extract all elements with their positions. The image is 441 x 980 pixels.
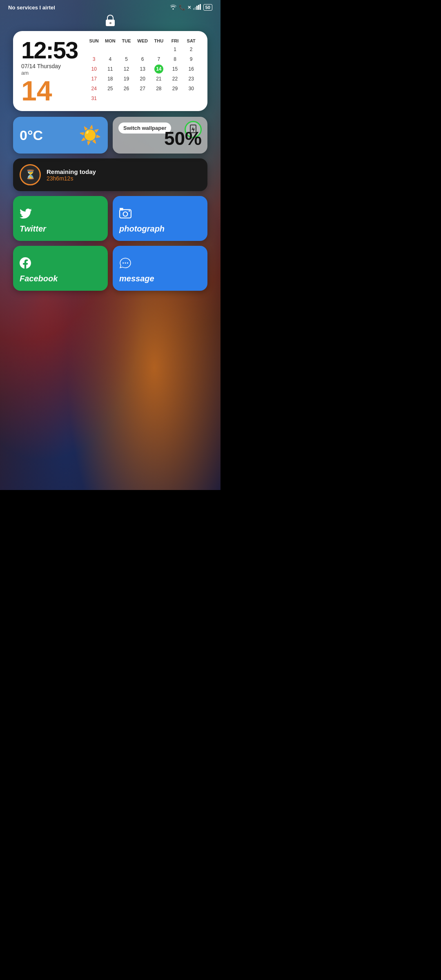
message-icon (119, 257, 131, 272)
photograph-button[interactable]: photograph (113, 196, 207, 241)
clock-calendar-widget: 12:53 07/14 Thursday am 14 SUN MON TUE W… (13, 31, 207, 111)
signal-icon (193, 4, 201, 11)
screentime-time: 23h6m12s (47, 175, 96, 182)
status-icons: 📞 ✕ 50 (169, 4, 212, 11)
call-icon: 📞 (179, 4, 185, 11)
svg-point-13 (127, 262, 128, 263)
clock-date: 07/14 Thursday (21, 63, 78, 69)
carrier-text: No services I airtel (8, 4, 55, 11)
calendar-grid: 1 2 3 4 5 6 7 8 9 10 11 12 13 14 15 16 1… (86, 45, 199, 103)
svg-rect-3 (198, 5, 199, 10)
app-row-1: Twitter photograph (13, 196, 207, 241)
message-label: message (119, 274, 154, 283)
x-icon: ✕ (187, 5, 191, 10)
message-button[interactable]: message (113, 246, 207, 291)
status-bar: No services I airtel 📞 ✕ 50 (0, 0, 220, 13)
facebook-label: Facebook (20, 274, 58, 283)
battery-widget[interactable]: Switch wallpaper 50% (113, 117, 207, 154)
clock-day-number: 14 (21, 77, 78, 105)
svg-point-12 (125, 262, 126, 263)
weather-temp: 0°C (20, 127, 43, 143)
svg-point-9 (123, 212, 128, 216)
screentime-label: Remaining today (47, 168, 96, 175)
photograph-icon (119, 207, 131, 222)
calendar-header: SUN MON TUE WED THU FRI SAT (86, 38, 199, 43)
photograph-label: photograph (119, 224, 165, 234)
facebook-button[interactable]: Facebook (13, 246, 108, 291)
svg-rect-0 (193, 8, 194, 10)
svg-rect-4 (200, 4, 201, 10)
battery-percent: 50% (164, 127, 202, 149)
clock-section: 12:53 07/14 Thursday am 14 (21, 38, 78, 105)
svg-point-10 (129, 210, 130, 212)
svg-rect-8 (120, 208, 123, 210)
twitter-label: Twitter (20, 224, 46, 234)
clock-time: 12:53 (21, 38, 78, 62)
calendar-section: SUN MON TUE WED THU FRI SAT 1 2 3 4 (86, 38, 199, 103)
twitter-button[interactable]: Twitter (13, 196, 108, 241)
battery-status: 50 (203, 4, 212, 11)
wifi-icon (169, 4, 177, 11)
hourglass-icon: ⏳ (20, 164, 41, 185)
facebook-icon (20, 257, 31, 272)
screentime-widget[interactable]: ⏳ Remaining today 23h6m12s (13, 158, 207, 191)
svg-point-11 (122, 262, 124, 263)
app-row-2: Facebook message (13, 246, 207, 291)
main-content: 12:53 07/14 Thursday am 14 SUN MON TUE W… (0, 28, 220, 291)
lock-icon-container (0, 15, 220, 28)
switch-wallpaper-button[interactable]: Switch wallpaper (118, 122, 171, 134)
twitter-icon (20, 208, 32, 222)
svg-rect-6 (192, 125, 195, 125)
lock-icon (104, 15, 116, 28)
weather-widget[interactable]: 0°C ☀️ (13, 117, 108, 154)
weather-battery-row: 0°C ☀️ Switch wallpaper 50% (13, 117, 207, 154)
svg-rect-1 (195, 7, 196, 10)
sun-icon: ☀️ (79, 125, 101, 146)
svg-rect-2 (196, 6, 198, 10)
